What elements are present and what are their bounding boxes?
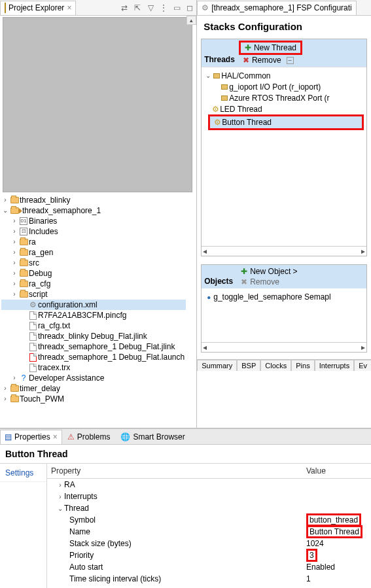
prop-row-stack[interactable]: Stack size (bytes)1024 bbox=[47, 538, 371, 549]
tab-interrupts[interactable]: Interrupts bbox=[315, 360, 354, 371]
close-icon[interactable]: × bbox=[67, 3, 71, 12]
tab-bsp[interactable]: BSP bbox=[237, 360, 260, 371]
explorer-scrollbar[interactable]: ▴ bbox=[186, 16, 196, 428]
thread-button-thread[interactable]: ⚙ Button Thread bbox=[208, 114, 364, 130]
prop-row-slice[interactable]: Time slicing interval (ticks)1 bbox=[47, 573, 371, 585]
prop-row-thread[interactable]: ⌄Thread bbox=[47, 502, 371, 514]
expand-icon[interactable]: › bbox=[10, 279, 18, 289]
project-tree[interactable]: ›threadx_blinky ⌄◆threadx_semaphore_1 ›0… bbox=[0, 195, 186, 428]
collapse-icon[interactable]: ⌄ bbox=[56, 505, 64, 512]
expand-icon[interactable]: › bbox=[10, 237, 18, 247]
prop-label: Symbol bbox=[69, 515, 96, 525]
scroll-up-icon[interactable]: ▴ bbox=[186, 16, 196, 25]
prop-row-symbol[interactable]: Symbolbutton_thread bbox=[47, 514, 371, 526]
scroll-right-icon[interactable]: ▸ bbox=[361, 343, 365, 352]
expand-icon[interactable]: › bbox=[10, 258, 18, 268]
tree-label[interactable]: Includes bbox=[29, 226, 58, 237]
val-slice[interactable]: 1 bbox=[306, 574, 311, 583]
tree-label[interactable]: tracex.trx bbox=[38, 362, 70, 373]
tree-label[interactable]: g_ioport I/O Port (r_ioport) bbox=[229, 82, 321, 92]
tree-label[interactable]: threadx_semaphore_1 Debug_Flat.jlink bbox=[38, 341, 175, 352]
expand-icon[interactable]: › bbox=[10, 226, 18, 237]
expand-icon[interactable]: › bbox=[1, 383, 9, 394]
remove-object-button[interactable]: ✖ Remove bbox=[237, 277, 283, 287]
prop-row-ra[interactable]: ›RA bbox=[47, 479, 371, 491]
file-icon bbox=[27, 362, 38, 373]
expand-icon[interactable]: › bbox=[56, 481, 64, 489]
val-stack[interactable]: 1024 bbox=[306, 539, 324, 548]
tab-summary[interactable]: Summary bbox=[197, 360, 237, 371]
scroll-right-icon[interactable]: ▸ bbox=[361, 247, 365, 256]
properties-sidebar: Settings bbox=[0, 464, 47, 588]
tree-label[interactable]: Developer Assistance bbox=[29, 373, 104, 383]
expand-icon[interactable]: › bbox=[10, 373, 18, 383]
tab-events[interactable]: Ev bbox=[354, 360, 371, 371]
prop-label: Stack size (bytes) bbox=[69, 539, 132, 548]
tree-label[interactable]: ra_cfg bbox=[29, 279, 50, 289]
maximize-icon[interactable]: ◻ bbox=[185, 3, 194, 12]
scroll-left-icon[interactable]: ◂ bbox=[203, 343, 207, 352]
collapse-icon[interactable]: ⌄ bbox=[1, 205, 9, 216]
tree-label[interactable]: ra_cfg.txt bbox=[38, 320, 70, 331]
expand-icon[interactable]: › bbox=[10, 247, 18, 258]
filter-icon[interactable]: ▽ bbox=[146, 3, 155, 12]
tree-label[interactable]: script bbox=[29, 289, 48, 300]
expand-icon[interactable]: › bbox=[10, 216, 18, 226]
val-symbol[interactable]: button_thread bbox=[306, 513, 361, 527]
expand-icon[interactable]: › bbox=[56, 493, 64, 500]
tree-label[interactable]: threadx_blinky Debug_Flat.jlink bbox=[38, 331, 147, 341]
tree-label[interactable]: ra_gen bbox=[29, 247, 53, 258]
tree-label[interactable]: timer_delay bbox=[20, 383, 60, 394]
tab-pins[interactable]: Pins bbox=[291, 360, 314, 371]
object-item[interactable]: ● g_toggle_led_semaphore Semapl bbox=[204, 291, 364, 303]
problems-icon: ⚠ bbox=[67, 432, 75, 441]
threads-hscrollbar[interactable]: ◂▸ bbox=[202, 246, 366, 256]
tree-label[interactable]: threadx_semaphore_1 bbox=[22, 205, 101, 216]
scroll-left-icon[interactable]: ◂ bbox=[203, 247, 207, 256]
tab-project-explorer[interactable]: Project Explorer × bbox=[0, 1, 76, 15]
close-icon[interactable]: × bbox=[53, 432, 58, 441]
new-object-button[interactable]: ✚ New Object > bbox=[237, 266, 301, 277]
tree-label[interactable]: Azure RTOS ThreadX Port (r bbox=[229, 94, 329, 103]
expand-icon[interactable]: › bbox=[10, 289, 18, 300]
new-thread-button[interactable]: ✚ New Thread bbox=[239, 41, 302, 55]
val-priority[interactable]: 3 bbox=[306, 549, 317, 562]
collapse-icon[interactable]: ⌄ bbox=[204, 72, 212, 79]
prop-row-auto[interactable]: Auto startEnabled bbox=[47, 561, 371, 573]
tree-item-configuration[interactable]: ⚙configuration.xml bbox=[1, 300, 186, 310]
collapse-icon[interactable]: − bbox=[287, 57, 294, 64]
expand-icon[interactable]: › bbox=[1, 394, 9, 404]
tab-smart-browser[interactable]: 🌐 Smart Browser bbox=[115, 432, 190, 441]
tree-label[interactable]: src bbox=[29, 258, 39, 268]
val-auto[interactable]: Enabled bbox=[306, 562, 335, 572]
expand-icon[interactable]: › bbox=[1, 195, 9, 205]
objects-hscrollbar[interactable]: ◂▸ bbox=[202, 342, 366, 352]
prop-row-name[interactable]: NameButton Thread bbox=[47, 526, 371, 538]
prop-row-interrupts[interactable]: ›Interrupts bbox=[47, 491, 371, 502]
tab-problems[interactable]: ⚠ Problems bbox=[62, 432, 116, 441]
remove-thread-button[interactable]: ✖ Remove − bbox=[239, 55, 298, 65]
tab-clocks[interactable]: Clocks bbox=[260, 360, 291, 371]
tab-properties[interactable]: ▤ Properties × bbox=[0, 430, 62, 444]
tree-label[interactable]: threadx_semaphore_1 Debug_Flat.launch bbox=[38, 352, 185, 362]
view-menu-icon[interactable]: ⋮ bbox=[159, 3, 168, 12]
val-name[interactable]: Button Thread bbox=[306, 525, 362, 538]
tree-label[interactable]: HAL/Common bbox=[221, 71, 270, 80]
tree-label[interactable]: Debug bbox=[29, 268, 52, 279]
tab-fsp-config[interactable]: ⚙ [threadx_semaphore_1] FSP Configurati bbox=[197, 1, 357, 15]
expand-icon[interactable]: › bbox=[10, 268, 18, 279]
tree-label[interactable]: R7FA2A1AB3CFM.pincfg bbox=[38, 310, 126, 320]
properties-table[interactable]: Property Value ›RA ›Interrupts ⌄Thread S… bbox=[47, 464, 371, 588]
link-with-editor-icon[interactable]: ⇄ bbox=[120, 3, 129, 12]
tree-label[interactable]: Binaries bbox=[29, 216, 57, 226]
collapse-all-icon[interactable]: ⇱ bbox=[133, 3, 142, 12]
tree-label[interactable]: LED Thread bbox=[220, 105, 262, 114]
minimize-icon[interactable]: ▭ bbox=[172, 3, 181, 12]
tree-label[interactable]: ra bbox=[29, 237, 36, 247]
tree-label[interactable]: threadx_blinky bbox=[20, 195, 70, 205]
threads-tree[interactable]: ⌄HAL/Common g_ioport I/O Port (r_ioport)… bbox=[202, 67, 366, 246]
tree-label[interactable]: Touch_PWM bbox=[20, 394, 64, 404]
prop-row-priority[interactable]: Priority3 bbox=[47, 549, 371, 561]
objects-list[interactable]: ● g_toggle_led_semaphore Semapl bbox=[202, 288, 366, 342]
side-tab-settings[interactable]: Settings bbox=[0, 464, 46, 482]
